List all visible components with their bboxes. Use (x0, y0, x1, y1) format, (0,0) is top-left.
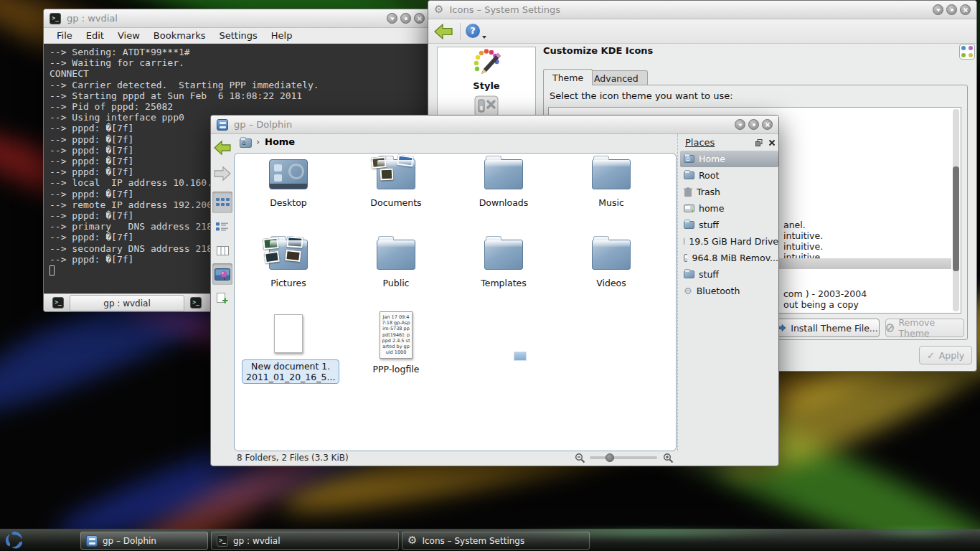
dolphin-titlebar[interactable]: gp – Dolphin (211, 116, 778, 134)
forward-arrow-icon (214, 166, 231, 182)
menu-view[interactable]: View (118, 30, 140, 41)
task-label: Icons – System Settings (422, 536, 524, 546)
dolphin-file-view[interactable]: Desktop Documents Downloads Music (234, 153, 677, 451)
place-item-bluetooth[interactable]: ⚙ Bluetooth (680, 283, 778, 299)
maximize-button[interactable] (748, 119, 759, 130)
terminal-icon: >_ (50, 13, 61, 24)
scrollbar-track[interactable] (953, 109, 959, 311)
tab-theme-label: Theme (552, 72, 583, 83)
maximize-button[interactable] (400, 13, 411, 24)
help-button[interactable]: ? (466, 24, 480, 38)
folder-item-documents[interactable]: Documents (349, 159, 443, 208)
place-item-hard-drive[interactable]: 19.5 GiB Hard Drive (680, 233, 778, 250)
folder-item-public[interactable]: Public (349, 240, 443, 288)
menu-file[interactable]: File (57, 30, 72, 41)
details-view-button[interactable] (212, 216, 232, 237)
task-system-settings[interactable]: ⚙ Icons – System Settings (402, 532, 590, 550)
close-panel-icon[interactable] (768, 139, 776, 146)
icons-view-button[interactable] (212, 192, 232, 213)
menu-help[interactable]: Help (271, 30, 293, 41)
terminal-tab-label: gp : wvdial (103, 298, 150, 309)
place-label: 19.5 GiB Hard Drive (689, 236, 778, 247)
chevron-down-icon[interactable] (481, 35, 487, 39)
minimize-button[interactable] (387, 13, 397, 24)
zoom-out-icon[interactable] (575, 453, 585, 463)
theme-list-row[interactable]: anel. (783, 220, 806, 230)
columns-view-button[interactable] (212, 240, 232, 261)
split-view-button[interactable] (212, 288, 232, 309)
pictures-folder-icon (269, 240, 308, 270)
zoom-in-icon[interactable] (663, 453, 674, 463)
system-settings-titlebar[interactable]: ⚙ Icons – System Settings (428, 1, 976, 19)
places-header: Places (685, 137, 715, 148)
back-button[interactable] (434, 23, 453, 40)
folder-icon (684, 221, 694, 229)
task-dolphin[interactable]: gp – Dolphin (80, 532, 208, 550)
terminal-line: CONNECT (50, 68, 430, 79)
place-label: stuff (699, 220, 719, 230)
theme-list-row[interactable]: intuitive. (783, 241, 823, 252)
place-item-home-drive[interactable]: home (680, 200, 778, 217)
menu-settings[interactable]: Settings (219, 30, 257, 41)
place-label: Trash (697, 187, 720, 197)
home-folder-icon[interactable]: ⌂ (240, 138, 252, 148)
sidebar-item-style-label[interactable]: Style (438, 80, 535, 91)
tab-list-button[interactable]: >_ (190, 297, 202, 309)
place-item-removable[interactable]: 964.8 MiB Remov... (680, 250, 778, 266)
back-button[interactable] (212, 137, 232, 159)
close-button[interactable] (762, 119, 773, 130)
tab-advanced[interactable]: Advanced (585, 70, 648, 85)
apply-button[interactable]: ✓ Apply (919, 346, 972, 364)
folder-item-pictures[interactable]: Pictures (242, 240, 335, 288)
tab-advanced-label: Advanced (594, 73, 639, 84)
folder-item-music[interactable]: Music (565, 159, 658, 208)
folder-icon (684, 270, 694, 278)
terminal-tab[interactable]: gp : wvdial (70, 295, 184, 311)
folder-item-downloads[interactable]: Downloads (457, 159, 550, 208)
drive-icon (684, 254, 687, 262)
float-panel-icon[interactable] (755, 139, 763, 146)
place-label: home (699, 203, 724, 214)
menu-edit[interactable]: Edit (86, 30, 104, 41)
minimize-button[interactable] (735, 119, 745, 130)
tab-theme[interactable]: Theme (543, 69, 593, 85)
new-tab-button[interactable]: >_ (52, 297, 64, 309)
style-icon[interactable] (471, 49, 502, 79)
konsole-titlebar[interactable]: >_ gp : wvdial (44, 9, 430, 28)
file-item-new-document[interactable]: New document 1. 2011_01_20_16_5... (242, 314, 335, 384)
task-wvdial[interactable]: >_ gp : wvdial (211, 532, 399, 550)
place-item-trash[interactable]: Trash (680, 184, 778, 200)
folder-item-templates[interactable]: Templates (457, 240, 550, 288)
documents-folder-icon (377, 159, 415, 189)
maximize-button[interactable] (946, 4, 957, 15)
dolphin-statusbar: 8 Folders, 2 Files (3.3 KiB) (211, 450, 778, 466)
konsole-window-title: gp : wvdial (67, 13, 118, 24)
menu-bookmarks[interactable]: Bookmarks (154, 30, 206, 41)
close-button[interactable] (414, 13, 425, 24)
folder-label: Videos (565, 278, 658, 288)
place-item-root[interactable]: Root (680, 167, 778, 184)
forward-button[interactable] (212, 163, 232, 184)
place-item-stuff[interactable]: stuff (680, 217, 778, 233)
scrollbar-thumb[interactable] (953, 166, 959, 271)
preview-button[interactable] (212, 263, 232, 285)
remove-theme-label: Remove Theme (898, 317, 963, 339)
minimize-button[interactable] (933, 4, 943, 15)
remove-theme-button[interactable]: Remove Theme (885, 319, 964, 337)
folder-item-videos[interactable]: Videos (565, 240, 658, 288)
zoom-slider-track[interactable] (590, 456, 657, 459)
breadcrumb-home[interactable]: Home (265, 136, 295, 147)
folder-item-desktop[interactable]: Desktop (242, 159, 335, 208)
konsole-menubar: File Edit View Bookmarks Settings Help (44, 28, 430, 44)
install-theme-file-button[interactable]: Install Theme File... (775, 319, 880, 337)
task-label: gp : wvdial (233, 536, 280, 546)
file-item-ppp-logfile[interactable]: Jan 17 09:4 7:18 gp-Asp ire-5738 pp pd[1… (349, 311, 443, 375)
theme-list-row[interactable]: intuitive. (783, 230, 823, 241)
place-item-stuff2[interactable]: stuff (680, 266, 778, 283)
place-item-home[interactable]: ⌂ Home (680, 151, 778, 167)
app-launcher-button[interactable] (4, 529, 25, 551)
document-icon (274, 314, 303, 353)
remove-icon (886, 324, 894, 332)
zoom-slider-handle[interactable] (606, 453, 614, 462)
close-button[interactable] (960, 4, 971, 15)
